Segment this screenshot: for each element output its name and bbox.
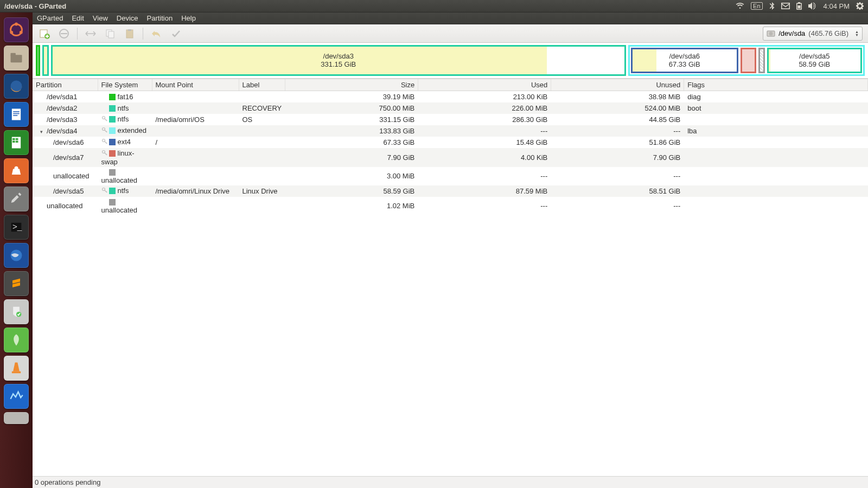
device-selector-size: (465.76 GiB) bbox=[808, 29, 848, 37]
diskmap-sda5[interactable]: /dev/sda558.59 GiB bbox=[767, 48, 862, 73]
apply-button[interactable] bbox=[169, 27, 182, 40]
diskmap-sda1[interactable] bbox=[36, 45, 40, 76]
menu-view[interactable]: View bbox=[93, 14, 108, 22]
menu-gparted[interactable]: GParted bbox=[37, 14, 63, 22]
launcher-writer[interactable] bbox=[4, 102, 29, 127]
svg-rect-6 bbox=[11, 53, 16, 56]
key-icon bbox=[101, 187, 108, 195]
menu-help[interactable]: Help bbox=[181, 14, 196, 22]
col-unused[interactable]: Unused bbox=[551, 79, 684, 91]
diskmap-sda7[interactable] bbox=[741, 48, 756, 73]
launcher-sublime[interactable] bbox=[4, 271, 29, 296]
svg-rect-16 bbox=[16, 141, 18, 143]
launcher-thunderbird[interactable] bbox=[4, 243, 29, 268]
wifi-icon[interactable] bbox=[736, 2, 744, 10]
keyboard-indicator[interactable]: En bbox=[751, 2, 762, 10]
diskmap-sda6-size: 67.33 GiB bbox=[669, 60, 700, 68]
key-icon bbox=[101, 115, 108, 124]
diskmap-sda6[interactable]: /dev/sda667.33 GiB bbox=[631, 48, 738, 73]
gparted-window: /dev/sda (465.76 GiB) ▲▼ /dev/sda3331.15… bbox=[33, 24, 868, 476]
launcher-overflow[interactable] bbox=[4, 412, 29, 424]
diskmap-sda3-size: 331.15 GiB bbox=[321, 60, 356, 68]
col-label[interactable]: Label bbox=[239, 79, 285, 91]
table-row[interactable]: /dev/sda1fat1639.19 MiB213.00 KiB38.98 M… bbox=[33, 91, 868, 102]
diskmap-sda2[interactable] bbox=[42, 45, 49, 76]
battery-icon[interactable] bbox=[796, 2, 802, 10]
mail-icon[interactable] bbox=[781, 3, 790, 9]
svg-rect-13 bbox=[12, 138, 15, 140]
status-bar: 0 operations pending bbox=[33, 476, 868, 488]
svg-rect-30 bbox=[128, 29, 131, 31]
svg-rect-14 bbox=[16, 138, 18, 140]
gear-icon[interactable] bbox=[856, 2, 864, 10]
svg-text:>_: >_ bbox=[12, 222, 22, 231]
delete-button[interactable] bbox=[58, 27, 71, 40]
disk-map: /dev/sda3331.15 GiB /dev/sda667.33 GiB /… bbox=[33, 43, 868, 79]
menu-partition[interactable]: Partition bbox=[147, 14, 173, 22]
table-row[interactable]: /dev/sda2ntfsRECOVERY750.00 MiB226.00 Mi… bbox=[33, 102, 868, 114]
new-partition-button[interactable] bbox=[38, 27, 51, 40]
svg-rect-9 bbox=[13, 111, 20, 112]
window-title: /dev/sda - GParted bbox=[4, 2, 66, 10]
status-text: 0 operations pending bbox=[35, 478, 100, 486]
copy-button[interactable] bbox=[104, 27, 117, 40]
svg-rect-29 bbox=[126, 30, 133, 38]
svg-rect-0 bbox=[797, 5, 800, 9]
diskmap-sda5-label: /dev/sda5 bbox=[799, 52, 829, 60]
diskmap-sda3[interactable]: /dev/sda3331.15 GiB bbox=[51, 45, 626, 76]
launcher-calc[interactable] bbox=[4, 130, 29, 155]
bluetooth-icon[interactable] bbox=[769, 2, 775, 10]
table-row[interactable]: unallocatedunallocated3.00 MiB------ bbox=[33, 167, 868, 185]
launcher-usb[interactable] bbox=[4, 299, 29, 324]
launcher-files[interactable] bbox=[4, 46, 29, 70]
paste-button[interactable] bbox=[123, 27, 136, 40]
launcher-software[interactable] bbox=[4, 158, 29, 183]
system-top-panel: /dev/sda - GParted En 4:04 PM bbox=[0, 0, 868, 12]
app-menubar: GParted Edit View Device Partition Help bbox=[33, 12, 868, 24]
key-icon bbox=[101, 127, 108, 135]
menu-edit[interactable]: Edit bbox=[72, 14, 84, 22]
col-flags[interactable]: Flags bbox=[684, 79, 868, 91]
table-row[interactable]: /dev/sda7linux-swap7.90 GiB4.00 KiB7.90 … bbox=[33, 148, 868, 167]
col-partition[interactable]: Partition bbox=[33, 79, 98, 91]
svg-point-1 bbox=[11, 24, 22, 36]
diskmap-sda3-label: /dev/sda3 bbox=[323, 52, 354, 60]
launcher-monitor[interactable] bbox=[4, 384, 29, 409]
svg-rect-15 bbox=[12, 141, 15, 143]
launcher-settings[interactable] bbox=[4, 187, 29, 211]
svg-rect-11 bbox=[13, 115, 17, 116]
menu-device[interactable]: Device bbox=[117, 14, 138, 22]
col-size[interactable]: Size bbox=[285, 79, 418, 91]
col-filesystem[interactable]: File System bbox=[98, 79, 152, 91]
launcher-firefox[interactable] bbox=[4, 74, 29, 99]
launcher-terminal[interactable]: >_ bbox=[4, 215, 29, 240]
table-row[interactable]: /dev/sda5ntfs/media/omri/Linux DriveLinu… bbox=[33, 185, 868, 197]
col-mount[interactable]: Mount Point bbox=[152, 79, 239, 91]
launcher-dash[interactable] bbox=[4, 17, 29, 42]
launcher-app-green[interactable] bbox=[4, 328, 29, 352]
table-row[interactable]: unallocatedunallocated1.02 MiB------ bbox=[33, 197, 868, 215]
launcher-vlc[interactable] bbox=[4, 356, 29, 381]
table-row[interactable]: /dev/sda6ext4/67.33 GiB15.48 GiB51.86 Gi… bbox=[33, 137, 868, 148]
svg-rect-10 bbox=[13, 113, 20, 114]
diskmap-sda4-extended[interactable]: /dev/sda667.33 GiB /dev/sda558.59 GiB bbox=[628, 45, 865, 76]
drive-icon bbox=[767, 30, 775, 37]
table-row[interactable]: /dev/sda3ntfs/media/omri/OSOS331.15 GiB2… bbox=[33, 114, 868, 125]
svg-rect-5 bbox=[11, 55, 22, 62]
svg-point-2 bbox=[15, 23, 18, 26]
table-row[interactable]: ▾/dev/sda4extended133.83 GiB------lba bbox=[33, 125, 868, 137]
device-selector-device: /dev/sda bbox=[778, 29, 805, 37]
volume-icon[interactable] bbox=[808, 2, 817, 10]
key-icon bbox=[101, 138, 108, 146]
clock[interactable]: 4:04 PM bbox=[824, 2, 850, 10]
resize-button[interactable] bbox=[84, 27, 97, 40]
device-selector[interactable]: /dev/sda (465.76 GiB) ▲▼ bbox=[763, 27, 863, 41]
partition-table: Partition File System Mount Point Label … bbox=[33, 79, 868, 476]
col-used[interactable]: Used bbox=[418, 79, 551, 91]
undo-button[interactable] bbox=[150, 27, 163, 40]
chevron-updown-icon: ▲▼ bbox=[855, 30, 859, 37]
diskmap-unallocated-inner[interactable] bbox=[758, 48, 765, 73]
svg-point-3 bbox=[10, 31, 13, 34]
diskmap-sda5-size: 58.59 GiB bbox=[799, 60, 830, 68]
svg-point-4 bbox=[20, 31, 23, 34]
